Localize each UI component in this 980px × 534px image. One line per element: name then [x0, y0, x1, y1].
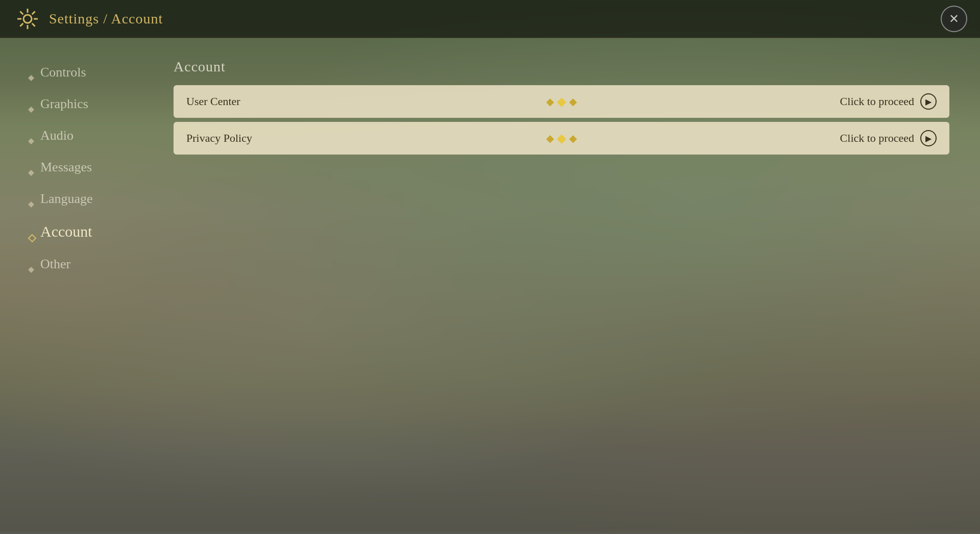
sidebar-label-graphics: Graphics [40, 96, 88, 112]
header-title: Settings / Account [49, 11, 163, 27]
svg-line-5 [20, 11, 23, 14]
diamond-icon [28, 261, 34, 267]
sidebar-item-graphics[interactable]: Graphics [20, 90, 143, 118]
sidebar-item-messages[interactable]: Messages [20, 154, 143, 181]
row-ornament: ◆ ◆ ◆ [546, 94, 577, 109]
svg-marker-12 [28, 170, 34, 176]
row-ornament-2: ◆ ◆ ◆ [546, 131, 577, 145]
privacy-policy-action: Click to proceed ▶ [840, 130, 937, 146]
sidebar-label-messages: Messages [40, 160, 92, 175]
svg-marker-9 [28, 75, 34, 81]
user-center-label: User Center [186, 95, 840, 108]
diamond-icon [28, 133, 34, 139]
header-bar: Settings / Account ✕ [0, 0, 980, 38]
diamond-icon [28, 196, 34, 202]
ornament-left: ◆ [546, 95, 554, 108]
sidebar-item-language[interactable]: Language [20, 185, 143, 213]
sidebar-item-account[interactable]: Account [20, 217, 143, 246]
user-center-action: Click to proceed ▶ [840, 93, 937, 110]
svg-marker-11 [28, 138, 34, 144]
svg-line-8 [20, 23, 23, 27]
svg-line-7 [32, 11, 35, 14]
sidebar-item-audio[interactable]: Audio [20, 122, 143, 149]
ornament2-center: ◆ [557, 131, 566, 145]
svg-marker-10 [28, 107, 34, 113]
ornament2-right: ◆ [569, 132, 577, 144]
sidebar-label-language: Language [40, 191, 93, 207]
diamond-active-icon [28, 228, 34, 235]
sidebar: Controls Graphics Audio Messages Languag [0, 38, 153, 534]
sidebar-item-other[interactable]: Other [20, 250, 143, 278]
privacy-policy-label: Privacy Policy [186, 132, 840, 145]
svg-marker-15 [28, 267, 34, 273]
user-center-row[interactable]: User Center ◆ ◆ ◆ Click to proceed ▶ [174, 85, 949, 118]
privacy-policy-row[interactable]: Privacy Policy ◆ ◆ ◆ Click to proceed ▶ [174, 122, 949, 155]
close-button[interactable]: ✕ [941, 6, 967, 32]
sidebar-label-account: Account [40, 223, 92, 240]
svg-line-6 [32, 23, 35, 27]
section-title: Account [174, 59, 949, 75]
sidebar-label-controls: Controls [40, 65, 86, 80]
main-content: Controls Graphics Audio Messages Languag [0, 38, 980, 534]
sidebar-label-audio: Audio [40, 128, 74, 143]
svg-marker-13 [28, 201, 34, 208]
close-icon: ✕ [949, 12, 959, 26]
proceed-arrow-icon: ▶ [920, 93, 937, 110]
svg-point-0 [23, 15, 32, 23]
ornament-right: ◆ [569, 95, 577, 108]
privacy-policy-action-label: Click to proceed [840, 132, 914, 145]
sidebar-label-other: Other [40, 257, 70, 272]
diamond-icon [28, 101, 34, 107]
content-panel: Account User Center ◆ ◆ ◆ Click to proce… [153, 38, 980, 534]
ornament2-left: ◆ [546, 132, 554, 144]
svg-marker-14 [29, 235, 36, 242]
diamond-icon [28, 164, 34, 170]
diamond-icon [28, 69, 34, 75]
gear-icon [15, 7, 40, 31]
sidebar-item-controls[interactable]: Controls [20, 59, 143, 86]
user-center-action-label: Click to proceed [840, 95, 914, 108]
ornament-center: ◆ [557, 94, 566, 109]
proceed-arrow-icon-2: ▶ [920, 130, 937, 146]
